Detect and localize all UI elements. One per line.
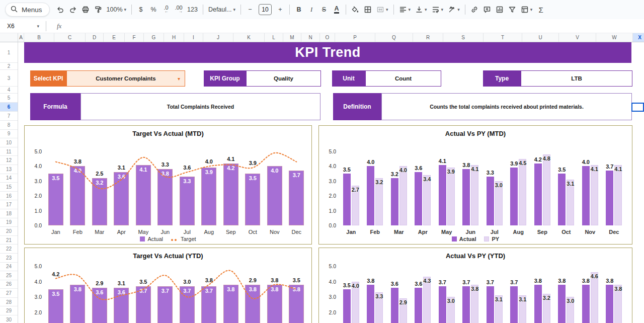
column-header-U[interactable]: U [522,33,559,42]
row-header-1[interactable]: 1 [0,42,18,63]
row-header-6[interactable]: 6 [0,103,18,112]
row-header-8[interactable]: 8 [0,121,18,130]
decrease-font-size-button[interactable]: − [244,3,256,16]
paint-format-button[interactable] [92,3,104,16]
increase-decimal-button[interactable]: .00→ [173,3,185,16]
row-header-17[interactable]: 17 [0,200,18,209]
fill-color-button[interactable] [349,3,361,16]
undo-button[interactable] [54,3,66,16]
create-filter-button[interactable] [506,3,518,16]
actual-vs-py-ytd-chart[interactable]: Actual Vs PY (YTD)5.04.03.02.01.00.03.54… [318,248,632,323]
column-header-T[interactable]: T [484,33,522,42]
actual-label: 3.6 [386,281,403,287]
insert-chart-button[interactable] [494,3,506,16]
column-header-S[interactable]: S [443,33,484,42]
selected-cell-x6[interactable] [631,103,644,112]
currency-format-button[interactable]: $ [135,3,147,16]
row-header-15[interactable]: 15 [0,183,18,192]
row-header-12[interactable]: 12 [0,156,18,165]
column-header-F[interactable]: F [125,33,144,42]
column-header-P[interactable]: P [335,33,375,42]
row-header-25[interactable]: 25 [0,271,18,280]
column-header-O[interactable]: O [320,33,335,42]
column-header-C[interactable]: C [54,33,86,42]
row-header-21[interactable]: 21 [0,236,18,245]
row-header-16[interactable]: 16 [0,192,18,201]
row-header-20[interactable]: 20 [0,227,18,236]
row-header-13[interactable]: 13 [0,165,18,174]
insert-comment-button[interactable] [481,3,493,16]
column-header-A[interactable]: A [18,33,24,42]
row-header-10[interactable]: 10 [0,138,18,147]
row-header-14[interactable]: 14 [0,174,18,183]
text-rotation-button[interactable]: ▾ [446,3,462,16]
table-views-button[interactable]: ▾ [519,3,535,16]
row-header-3[interactable]: 3 [0,70,18,87]
row-header-27[interactable]: 27 [0,289,18,298]
row-header-11[interactable]: 11 [0,147,18,156]
column-header-K[interactable]: K [233,33,265,42]
column-header-D[interactable]: D [86,33,104,42]
column-header-H[interactable]: H [164,33,184,42]
column-header-I[interactable]: I [184,33,203,42]
row-header-30[interactable]: 30 [0,315,18,323]
strikethrough-button[interactable]: S [318,3,330,16]
name-box[interactable]: X6 ▾ [0,23,43,30]
zoom-select[interactable]: 100%▾ [105,3,129,16]
text-wrap-button[interactable]: ▾ [430,3,446,16]
table-views-icon [521,6,529,14]
row-header-19[interactable]: 19 [0,218,18,227]
row-header-18[interactable]: 18 [0,209,18,218]
font-size-input[interactable]: 10 [257,3,274,16]
merge-cells-button[interactable]: ▾ [374,3,390,16]
column-header-J[interactable]: J [203,33,233,42]
horizontal-align-button[interactable]: ▾ [397,3,413,16]
functions-button[interactable]: Σ [535,3,547,16]
column-header-N[interactable]: N [301,33,320,42]
column-header-V[interactable]: V [559,33,596,42]
target-label: 4.2 [47,271,64,277]
row-header-29[interactable]: 29 [0,306,18,315]
row-header-24[interactable]: 24 [0,263,18,272]
bold-button[interactable]: B [293,3,305,16]
font-select[interactable]: Defaul...▾ [206,3,237,16]
column-header-B[interactable]: B [24,33,54,42]
target-vs-actual-mtd-chart[interactable]: Target Vs Actual (MTD)5.04.03.02.01.00.0… [24,125,312,245]
decrease-decimal-button[interactable]: .0← [160,3,172,16]
more-formats-button[interactable]: 123 [185,3,200,16]
column-header-G[interactable]: G [144,33,164,42]
italic-button[interactable]: I [305,3,317,16]
column-header-E[interactable]: E [104,33,125,42]
actual-label: 3.7 [288,172,305,178]
actual-vs-py-mtd-chart[interactable]: Actual Vs PY (MTD)5.04.03.02.01.00.03.52… [318,125,632,245]
x-axis-label-Feb: Feb [67,229,88,235]
column-header-Q[interactable]: Q [375,33,413,42]
borders-button[interactable] [362,3,374,16]
grid-corner[interactable] [0,33,18,42]
percent-format-button[interactable]: % [147,3,159,16]
sheet-canvas[interactable]: KPI Trend Select KPI Customer Complaints… [18,42,644,323]
print-button[interactable] [79,3,92,16]
row-header-23[interactable]: 23 [0,254,18,263]
row-header-22[interactable]: 22 [0,245,18,254]
row-header-5[interactable]: 5 [0,94,18,103]
column-header-R[interactable]: R [413,33,443,42]
column-header-M[interactable]: M [283,33,301,42]
row-header-9[interactable]: 9 [0,130,18,139]
target-vs-actual-ytd-chart[interactable]: Target Vs Actual (YTD)5.04.03.02.01.00.0… [24,248,312,323]
row-header-7[interactable]: 7 [0,112,18,121]
vertical-align-button[interactable]: ▾ [413,3,429,16]
select-kpi-dropdown[interactable]: Customer Complaints ▾ [66,70,185,87]
redo-button[interactable] [67,3,79,16]
row-header-26[interactable]: 26 [0,280,18,289]
column-header-X[interactable]: X [633,33,644,42]
column-header-W[interactable]: W [596,33,633,42]
row-header-4[interactable]: 4 [0,87,18,94]
insert-link-button[interactable] [468,3,480,16]
row-header-28[interactable]: 28 [0,298,18,307]
menus-pill[interactable]: Menus [5,3,50,17]
increase-font-size-button[interactable]: + [274,3,286,16]
column-header-L[interactable]: L [265,33,283,42]
text-color-button[interactable]: A [331,3,343,16]
row-header-2[interactable]: 2 [0,63,18,70]
